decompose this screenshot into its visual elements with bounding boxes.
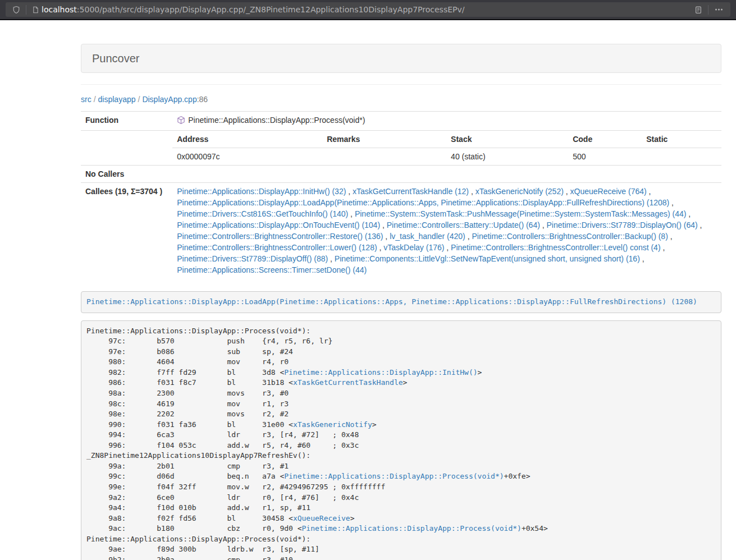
url-text[interactable]: localhost:5000/path/src/displayapp/Displ…	[42, 5, 693, 14]
address-value: 0x0000097c	[172, 148, 322, 166]
no-callers-row: No Callers	[81, 166, 721, 183]
callee-link[interactable]: Pinetime::Components::LittleVgl::SetNewT…	[335, 254, 640, 263]
breadcrumb-separator: /	[94, 95, 96, 104]
breadcrumb-separator: /	[138, 95, 140, 104]
callee-link[interactable]: lv_task_handler (420)	[390, 232, 465, 241]
column-address: Address	[172, 131, 322, 148]
callee-link[interactable]: Pinetime::Drivers::St7789::DisplayOn() (…	[547, 221, 698, 229]
remarks-value	[322, 148, 446, 166]
function-details-row: Address Remarks Stack Code Static 0x0000…	[81, 131, 721, 166]
url-path: :5000/path/src/displayapp/DisplayApp.cpp…	[77, 5, 465, 14]
reader-mode-icon[interactable]	[693, 6, 703, 14]
callees-row: Callees (19, Σ=3704 ) Pinetime::Applicat…	[81, 183, 721, 279]
tracking-shield-icon[interactable]	[11, 6, 21, 14]
breadcrumb-link-displayapp[interactable]: displayapp	[98, 95, 136, 104]
highlighted-callee-box: Pinetime::Applications::DisplayApp::Load…	[81, 291, 721, 313]
function-name-cell: Pinetime::Applications::DisplayApp::Proc…	[172, 112, 721, 131]
function-row: Function Pinetime::Applications::Display…	[81, 112, 721, 131]
empty-row-label	[81, 131, 172, 166]
code-symbol-link[interactable]: Pinetime::Applications::DisplayApp::Init…	[284, 368, 477, 377]
function-cube-icon	[177, 116, 185, 127]
page-container: Puncover src/displayapp/DisplayApp.cpp:8…	[81, 20, 721, 560]
callers-cell	[172, 166, 721, 183]
code-symbol-link[interactable]: Pinetime::Applications::DisplayApp::Proc…	[284, 472, 504, 480]
highlighted-callee-link[interactable]: Pinetime::Applications::DisplayApp::Load…	[86, 297, 697, 306]
static-value	[642, 148, 721, 166]
page-actions-icon[interactable]	[713, 6, 725, 13]
column-code: Code	[568, 131, 642, 148]
code-symbol-link[interactable]: xTaskGenericNotify	[293, 420, 372, 429]
divider	[81, 84, 721, 85]
breadcrumb-link-file[interactable]: DisplayApp.cpp	[142, 95, 196, 104]
code-symbol-link[interactable]: xTaskGetCurrentTaskHandle	[293, 378, 403, 387]
callee-link[interactable]: Pinetime::Drivers::Cst816S::GetTouchInfo…	[177, 209, 348, 218]
column-stack: Stack	[446, 131, 568, 148]
breadcrumb: src/displayapp/DisplayApp.cpp:86	[81, 90, 721, 105]
function-details-cell: Address Remarks Stack Code Static 0x0000…	[172, 131, 721, 166]
app-header-panel: Puncover	[81, 44, 721, 73]
callee-link[interactable]: Pinetime::Drivers::St7789::DisplayOff() …	[177, 254, 328, 263]
callee-link[interactable]: Pinetime::System::SystemTask::PushMessag…	[355, 209, 687, 218]
callee-link[interactable]: Pinetime::Controllers::BrightnessControl…	[451, 243, 660, 252]
code-symbol-link[interactable]: xQueueReceive	[293, 514, 350, 522]
callee-link[interactable]: Pinetime::Controllers::BrightnessControl…	[177, 243, 377, 252]
callee-link[interactable]: xTaskGetCurrentTaskHandle (12)	[353, 187, 469, 196]
urlbar-separator	[708, 5, 708, 15]
url-bar[interactable]: localhost:5000/path/src/displayapp/Displ…	[6, 2, 730, 17]
browser-toolbar: localhost:5000/path/src/displayapp/Displ…	[0, 0, 736, 20]
page-info-icon[interactable]	[31, 6, 40, 14]
stack-value: 40 (static)	[446, 148, 568, 166]
callees-list: Pinetime::Applications::DisplayApp::Init…	[172, 183, 721, 279]
column-static: Static	[642, 131, 721, 148]
symbol-table: Function Pinetime::Applications::Display…	[81, 111, 721, 278]
callee-link[interactable]: Pinetime::Controllers::BrightnessControl…	[472, 232, 668, 241]
callee-link[interactable]: xTaskGenericNotify (252)	[476, 187, 564, 196]
breadcrumb-link-src[interactable]: src	[81, 95, 92, 104]
no-callers-label: No Callers	[81, 166, 172, 183]
details-value-row: 0x0000097c 40 (static) 500	[172, 148, 721, 166]
callee-link[interactable]: Pinetime::Applications::DisplayApp::Init…	[177, 187, 346, 196]
disassembly-pre: Pinetime::Applications::DisplayApp::Proc…	[81, 320, 721, 560]
code-size-value: 500	[568, 148, 642, 166]
function-row-label: Function	[81, 112, 172, 131]
app-title: Puncover	[92, 52, 710, 65]
code-symbol-link[interactable]: Pinetime::Applications::DisplayApp::Proc…	[302, 524, 522, 533]
callees-label: Callees (19, Σ=3704 )	[81, 183, 172, 279]
function-details-table: Address Remarks Stack Code Static 0x0000…	[172, 131, 721, 165]
details-header-row: Address Remarks Stack Code Static	[172, 131, 721, 148]
callee-link[interactable]: Pinetime::Controllers::BrightnessControl…	[177, 232, 383, 241]
callee-link[interactable]: Pinetime::Applications::DisplayApp::Load…	[177, 198, 669, 207]
callee-link[interactable]: Pinetime::Applications::DisplayApp::OnTo…	[177, 221, 380, 229]
callee-link[interactable]: xQueueReceive (764)	[570, 187, 647, 196]
function-name: Pinetime::Applications::DisplayApp::Proc…	[188, 116, 365, 125]
callee-link[interactable]: Pinetime::Controllers::Battery::Update()…	[387, 221, 540, 229]
urlbar-separator	[26, 5, 26, 15]
callee-link[interactable]: Pinetime::Applications::Screens::Timer::…	[177, 265, 367, 274]
column-remarks: Remarks	[322, 131, 446, 148]
breadcrumb-line-number: :86	[197, 95, 208, 104]
url-domain: localhost	[42, 5, 77, 14]
callee-link[interactable]: vTaskDelay (176)	[383, 243, 444, 252]
